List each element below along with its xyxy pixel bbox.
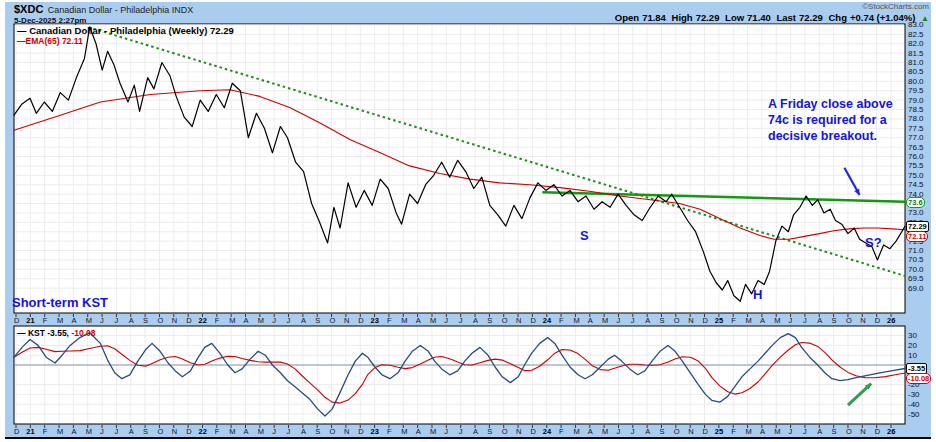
ema-legend: —EMA(65) 72.11 (17, 36, 83, 46)
month-label: S (487, 316, 492, 325)
last-value: 72.29 (799, 12, 823, 23)
month-label: S (143, 427, 148, 436)
month-label: A (588, 427, 593, 436)
month-label: A (817, 427, 822, 436)
month-label: M (774, 427, 780, 436)
month-label: M (573, 316, 579, 325)
open-value: 71.84 (642, 12, 666, 23)
month-label: A (817, 316, 822, 325)
month-label: O (502, 427, 508, 436)
price-axis-label: 81.5 (908, 49, 924, 58)
month-label: S (487, 427, 492, 436)
year-label: 25 (715, 316, 723, 325)
price-axis-label: 76.5 (908, 143, 924, 152)
year-label: 26 (887, 427, 895, 436)
month-label: N (688, 316, 693, 325)
kst-axis-label: 10 (908, 351, 917, 360)
note-line-3: decisive breakout. (768, 128, 893, 144)
month-label: S (143, 316, 148, 325)
month-label: S (832, 427, 837, 436)
price-axis-label: 79.5 (908, 86, 924, 95)
month-label: O (674, 316, 680, 325)
ticker-symbol: $XDC (14, 3, 43, 15)
month-label: S (659, 427, 664, 436)
price-axis-label: 83.0 (908, 20, 924, 29)
month-label: J (100, 316, 104, 325)
kst-panel-title: Short-term KST (12, 295, 108, 310)
month-label: N (516, 316, 521, 325)
breakout-note: A Friday close above 74c is required for… (768, 96, 893, 144)
month-label: A (129, 427, 134, 436)
kst-legend-label: KST (28, 328, 45, 338)
chart-canvas (0, 0, 936, 442)
month-label: A (301, 316, 306, 325)
month-label: N (688, 427, 693, 436)
ema-legend-value: 72.11 (62, 36, 83, 46)
month-label: A (416, 427, 421, 436)
price-axis-label: 77.5 (908, 124, 924, 133)
month-label: F (731, 316, 736, 325)
month-label: D (530, 316, 535, 325)
month-label: M (774, 316, 780, 325)
month-label: D (358, 427, 363, 436)
month-label: J (631, 427, 635, 436)
note-line-2: 74c is required for a (768, 112, 893, 128)
month-label: J (444, 316, 448, 325)
month-label: O (846, 316, 852, 325)
month-label: M (86, 427, 92, 436)
price-axis-label: 78.0 (908, 114, 924, 123)
month-label: M (229, 427, 235, 436)
price-axis-label: 82.5 (908, 30, 924, 39)
month-label: M (430, 316, 436, 325)
month-label: O (157, 316, 163, 325)
year-label: 23 (371, 316, 379, 325)
price-axis-label: 71.0 (908, 246, 924, 255)
price-axis-label: 70.5 (908, 255, 924, 264)
month-label: A (416, 316, 421, 325)
price-axis-label: 70.0 (908, 265, 924, 274)
axis-value-box-trend: 73.6 (906, 197, 925, 208)
month-label: D (14, 427, 19, 436)
month-label: N (860, 427, 865, 436)
month-label: A (645, 316, 650, 325)
month-label: O (846, 427, 852, 436)
kst-axis-label: -50 (908, 410, 920, 419)
price-axis-label: 77.0 (908, 133, 924, 142)
month-label: A (473, 427, 478, 436)
axis-value-box-ema: 72.11 (906, 231, 928, 242)
month-label: J (100, 427, 104, 436)
price-axis-label: 76.0 (908, 152, 924, 161)
month-label: M (401, 316, 407, 325)
month-label: D (186, 427, 191, 436)
month-label: O (502, 316, 508, 325)
month-label: O (330, 427, 336, 436)
month-label: A (301, 427, 306, 436)
month-label: F (731, 427, 736, 436)
year-label: 26 (887, 316, 895, 325)
month-label: M (573, 427, 579, 436)
month-label: A (760, 427, 765, 436)
kst-signal-value: -10.08 (71, 328, 95, 338)
month-label: N (516, 427, 521, 436)
header-left: $XDC Canadian Dollar - Philadelphia INDX… (14, 3, 193, 26)
instrument-name: Canadian Dollar - Philadelphia INDX (48, 5, 194, 15)
month-label: M (258, 427, 264, 436)
month-label: A (588, 316, 593, 325)
month-label: J (631, 316, 635, 325)
month-label: M (57, 316, 63, 325)
month-label: A (645, 427, 650, 436)
month-label: F (43, 427, 48, 436)
month-label: S (659, 316, 664, 325)
price-axis-label: 69.0 (908, 284, 924, 293)
month-label: F (43, 316, 48, 325)
month-label: D (186, 316, 191, 325)
kst-axis-label: 30 (908, 331, 917, 340)
month-label: J (287, 316, 291, 325)
price-axis-label: 80.5 (908, 67, 924, 76)
month-label: A (71, 316, 76, 325)
month-label: F (559, 316, 564, 325)
month-label: N (172, 316, 177, 325)
axis-value-box-signal: -10.08 (906, 373, 931, 384)
price-axis-label: 81.0 (908, 58, 924, 67)
price-axis-label: 75.5 (908, 161, 924, 170)
